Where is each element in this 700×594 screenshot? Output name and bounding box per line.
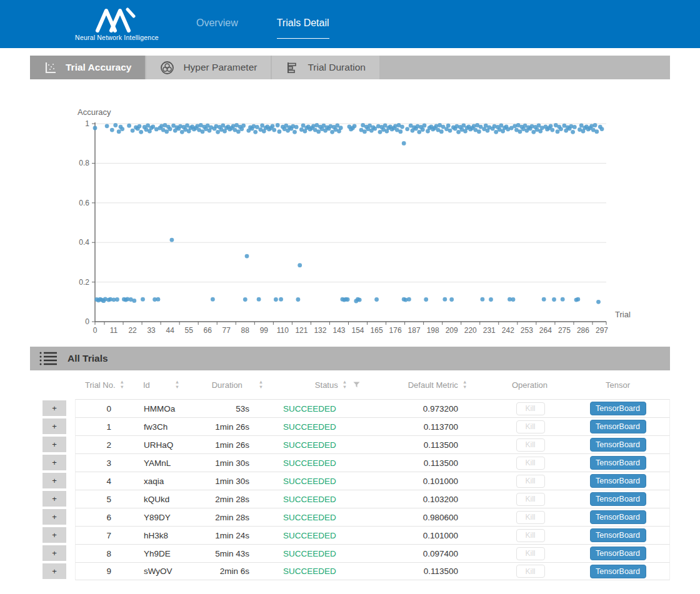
- kill-button[interactable]: Kill: [516, 511, 545, 524]
- data-point[interactable]: [446, 124, 451, 128]
- kill-button[interactable]: Kill: [516, 547, 545, 560]
- expand-row-button[interactable]: +: [42, 563, 66, 579]
- data-point[interactable]: [279, 297, 283, 302]
- data-point[interactable]: [448, 129, 452, 133]
- data-point[interactable]: [339, 126, 343, 130]
- data-point[interactable]: [405, 127, 409, 131]
- data-point[interactable]: [141, 297, 145, 302]
- nav-tab-overview[interactable]: Overview: [196, 17, 238, 31]
- tensorboard-button[interactable]: TensorBoard: [590, 510, 646, 524]
- tensorboard-button[interactable]: TensorBoard: [590, 528, 646, 542]
- data-point[interactable]: [596, 300, 601, 304]
- sort-icon[interactable]: ▲▼: [120, 380, 124, 390]
- data-point[interactable]: [511, 297, 516, 302]
- data-point[interactable]: [292, 130, 297, 134]
- data-point[interactable]: [378, 130, 382, 134]
- data-point[interactable]: [571, 130, 575, 134]
- data-point[interactable]: [352, 124, 357, 128]
- kill-button[interactable]: Kill: [516, 493, 545, 506]
- data-point[interactable]: [561, 297, 565, 302]
- data-point[interactable]: [132, 299, 136, 303]
- tensorboard-button[interactable]: TensorBoard: [590, 547, 646, 560]
- sort-icon[interactable]: ▲▼: [259, 380, 263, 390]
- data-point[interactable]: [542, 297, 546, 302]
- data-point[interactable]: [402, 141, 406, 146]
- data-point[interactable]: [255, 125, 259, 129]
- expand-row-button[interactable]: +: [42, 473, 66, 488]
- expand-row-button[interactable]: +: [42, 437, 66, 452]
- kill-button[interactable]: Kill: [516, 457, 545, 470]
- data-point[interactable]: [146, 124, 150, 128]
- data-point[interactable]: [151, 124, 155, 129]
- tensorboard-button[interactable]: TensorBoard: [590, 456, 646, 470]
- data-point[interactable]: [494, 130, 498, 134]
- tensorboard-button[interactable]: TensorBoard: [590, 474, 646, 488]
- kill-button[interactable]: Kill: [516, 420, 545, 433]
- kill-button[interactable]: Kill: [516, 565, 545, 578]
- expand-row-button[interactable]: +: [42, 545, 66, 561]
- data-point[interactable]: [556, 129, 560, 134]
- expand-row-button[interactable]: +: [42, 509, 66, 525]
- data-point[interactable]: [236, 129, 241, 134]
- tensorboard-button[interactable]: TensorBoard: [590, 420, 646, 433]
- data-point[interactable]: [245, 254, 249, 259]
- data-point[interactable]: [110, 128, 114, 132]
- data-point[interactable]: [552, 297, 556, 302]
- data-point[interactable]: [456, 130, 461, 134]
- data-point[interactable]: [271, 124, 275, 128]
- data-point[interactable]: [579, 124, 584, 128]
- data-point[interactable]: [594, 129, 599, 134]
- expand-row-button[interactable]: +: [42, 455, 66, 470]
- data-point[interactable]: [358, 298, 362, 302]
- data-point[interactable]: [593, 123, 598, 127]
- data-point[interactable]: [216, 130, 220, 134]
- tab-hyper-parameter[interactable]: Hyper Parameter: [146, 56, 271, 79]
- data-point[interactable]: [439, 129, 444, 134]
- data-point[interactable]: [138, 124, 142, 129]
- accuracy-scatter-chart[interactable]: Accuracy 00.20.40.60.8101122334455667788…: [0, 79, 700, 347]
- tensorboard-button[interactable]: TensorBoard: [590, 438, 646, 452]
- data-point[interactable]: [276, 123, 280, 127]
- data-point[interactable]: [170, 238, 174, 242]
- data-point[interactable]: [421, 127, 425, 132]
- tensorboard-button[interactable]: TensorBoard: [590, 402, 646, 415]
- data-point[interactable]: [120, 127, 124, 131]
- data-point[interactable]: [113, 123, 118, 127]
- data-point[interactable]: [105, 124, 109, 128]
- data-point[interactable]: [221, 124, 225, 128]
- data-point[interactable]: [253, 130, 258, 134]
- data-point[interactable]: [481, 297, 485, 302]
- data-point[interactable]: [168, 127, 172, 131]
- data-point[interactable]: [301, 124, 306, 128]
- data-point[interactable]: [372, 127, 377, 131]
- expand-row-button[interactable]: +: [42, 400, 66, 416]
- data-point[interactable]: [499, 124, 504, 128]
- tensorboard-button[interactable]: TensorBoard: [590, 492, 646, 506]
- nav-tab-trials-detail[interactable]: Trials Detail: [277, 17, 329, 39]
- data-point[interactable]: [374, 297, 379, 302]
- tensorboard-button[interactable]: TensorBoard: [590, 565, 646, 578]
- data-point[interactable]: [422, 124, 427, 128]
- data-point[interactable]: [398, 129, 402, 134]
- data-point[interactable]: [449, 297, 454, 302]
- data-point[interactable]: [294, 125, 299, 129]
- data-point[interactable]: [424, 297, 428, 302]
- expand-row-button[interactable]: +: [42, 491, 66, 507]
- data-point[interactable]: [477, 129, 481, 134]
- data-point[interactable]: [489, 297, 493, 302]
- filter-icon[interactable]: [353, 382, 360, 388]
- data-point[interactable]: [260, 124, 264, 128]
- kill-button[interactable]: Kill: [516, 475, 545, 488]
- expand-row-button[interactable]: +: [42, 418, 66, 434]
- sort-icon[interactable]: ▲▼: [175, 380, 179, 390]
- data-point[interactable]: [549, 124, 553, 128]
- data-point[interactable]: [201, 129, 205, 134]
- data-point[interactable]: [362, 129, 367, 134]
- kill-button[interactable]: Kill: [516, 529, 545, 542]
- expand-row-button[interactable]: +: [42, 527, 66, 543]
- data-point[interactable]: [417, 130, 421, 134]
- data-point[interactable]: [156, 297, 161, 302]
- data-point[interactable]: [117, 129, 121, 134]
- data-point[interactable]: [316, 129, 321, 134]
- data-point[interactable]: [272, 128, 276, 132]
